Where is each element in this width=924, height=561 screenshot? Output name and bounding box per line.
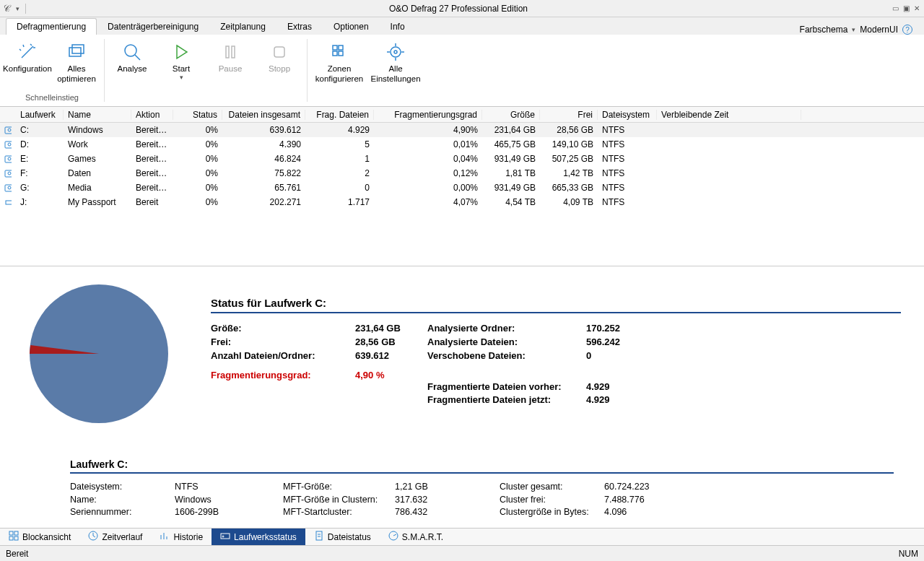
- content: Laufwerk Name Aktion Status Dateien insg…: [0, 107, 924, 528]
- bottom-tab-historie[interactable]: Historie: [151, 529, 212, 545]
- blocks-icon: [9, 531, 19, 543]
- hdr-laufwerk[interactable]: Laufwerk: [16, 110, 64, 120]
- play-icon: [171, 40, 191, 64]
- table-row[interactable]: D:WorkBereit -...0%4.39050,01%465,75 GB1…: [0, 137, 924, 152]
- main-tabs: Defragmentierung Datenträgerbereinigung …: [0, 17, 924, 35]
- usb-icon: [0, 197, 16, 207]
- detail-title: Laufwerk C:: [70, 458, 894, 474]
- bottom-tab-laufwerksstatus[interactable]: Laufwerksstatus: [212, 529, 305, 545]
- tab-extras[interactable]: Extras: [276, 18, 323, 35]
- disk-icon: [0, 125, 16, 135]
- hdr-name[interactable]: Name: [64, 110, 131, 120]
- hdr-dateien[interactable]: Dateien insgesamt: [222, 110, 305, 120]
- gear-icon: [385, 40, 406, 64]
- svg-line-3: [19, 49, 21, 51]
- table-row[interactable]: G:MediaBereit -...0%65.76100,00%931,49 G…: [0, 181, 924, 195]
- svg-rect-38: [14, 531, 18, 535]
- table-row[interactable]: E:GamesBereit -...0%46.82410,04%931,49 G…: [0, 152, 924, 166]
- svg-rect-33: [6, 201, 12, 204]
- analyse-button[interactable]: Analyse: [109, 38, 155, 93]
- svg-line-53: [393, 534, 396, 536]
- bottom-tab-blockansicht[interactable]: Blockansicht: [0, 529, 79, 545]
- svg-rect-11: [232, 46, 235, 58]
- svg-rect-40: [14, 536, 18, 540]
- colorscheme-label: Farbschema: [800, 25, 848, 35]
- svg-rect-10: [226, 46, 229, 58]
- status-ready: Bereit: [6, 549, 28, 559]
- smart-icon: [388, 531, 398, 543]
- drive-detail: Laufwerk C: Dateisystem:NTFS Name:Window…: [23, 458, 901, 519]
- help-icon[interactable]: ?: [902, 25, 912, 35]
- table-row[interactable]: F:DatenBereit -...0%75.82220,12%1,81 TB1…: [0, 166, 924, 181]
- bottom-tab-dateistatus[interactable]: Dateistatus: [305, 529, 380, 545]
- bottom-tabs: Blockansicht Zeitverlauf Historie Laufwe…: [0, 528, 924, 545]
- drive-status-icon: [220, 531, 230, 543]
- svg-point-17: [391, 47, 401, 57]
- drives-area: Laufwerk Name Aktion Status Dateien insg…: [0, 107, 924, 266]
- svg-line-8: [135, 55, 140, 60]
- hdr-free[interactable]: Frei: [540, 110, 598, 120]
- tab-zeitplanung[interactable]: Zeitplanung: [209, 18, 276, 35]
- chevron-down-icon: ▾: [180, 74, 183, 82]
- disk-icon: [0, 139, 16, 149]
- svg-rect-15: [333, 51, 337, 56]
- disk-icon: [0, 183, 16, 193]
- bottom-tab-zeitverlauf[interactable]: Zeitverlauf: [79, 529, 151, 545]
- ribbon-group-schnelleinstieg: Schnelleinstieg: [4, 93, 100, 103]
- disk-icon: [0, 154, 16, 164]
- window-title: O&O Defrag 27 Professional Edition: [29, 4, 888, 14]
- optimize-icon: [66, 40, 87, 64]
- svg-line-0: [22, 46, 33, 58]
- hdr-time[interactable]: Verbleibende Zeit: [657, 110, 801, 120]
- maximize-icon[interactable]: ▣: [903, 4, 910, 12]
- clock-icon: [88, 531, 98, 543]
- tab-datentraegerbereinigung[interactable]: Datenträgerbereinigung: [97, 18, 209, 35]
- tab-defragmentierung[interactable]: Defragmentierung: [6, 18, 97, 35]
- hdr-status[interactable]: Status: [173, 110, 222, 120]
- hdr-fs[interactable]: Dateisystem: [598, 110, 657, 120]
- svg-point-32: [8, 186, 11, 189]
- table-row[interactable]: C:WindowsBereit -...0%639.6124.9294,90%2…: [0, 123, 924, 137]
- titlebar-sep: [25, 4, 26, 14]
- app-icon: 𝒞: [0, 3, 13, 14]
- bottom-tab-smart[interactable]: S.M.A.R.T.: [380, 529, 452, 545]
- svg-rect-6: [72, 45, 84, 53]
- hdr-aktion[interactable]: Aktion: [131, 110, 173, 120]
- svg-rect-39: [9, 536, 13, 540]
- svg-rect-12: [274, 47, 284, 57]
- pause-button[interactable]: Pause: [207, 38, 253, 93]
- svg-rect-13: [333, 45, 337, 50]
- alles-optimieren-button[interactable]: Alles optimieren: [53, 38, 100, 93]
- svg-line-43: [93, 536, 95, 537]
- tab-optionen[interactable]: Optionen: [323, 18, 380, 35]
- hdr-frag[interactable]: Frag. Dateien: [305, 110, 374, 120]
- einstellungen-button[interactable]: Alle Einstellungen: [370, 38, 422, 93]
- qat-dropdown-icon[interactable]: ▾: [13, 5, 22, 12]
- svg-point-18: [394, 51, 397, 53]
- svg-line-4: [23, 45, 24, 47]
- svg-line-1: [30, 44, 32, 45]
- start-button[interactable]: Start ▾: [158, 38, 204, 93]
- colorscheme-value[interactable]: ModernUI: [860, 25, 898, 35]
- file-status-icon: [314, 531, 324, 543]
- minimize-icon[interactable]: ▭: [892, 4, 899, 12]
- svg-point-30: [8, 172, 11, 175]
- tab-info[interactable]: Info: [380, 18, 416, 35]
- titlebar: 𝒞 ▾ O&O Defrag 27 Professional Edition ▭…: [0, 0, 924, 17]
- drives-body: C:WindowsBereit -...0%639.6124.9294,90%2…: [0, 123, 924, 209]
- chevron-down-icon[interactable]: ▾: [852, 26, 855, 33]
- svg-point-28: [8, 157, 11, 160]
- svg-rect-16: [339, 51, 343, 56]
- stopp-button[interactable]: Stopp: [256, 38, 302, 93]
- svg-point-24: [8, 129, 11, 131]
- close-icon[interactable]: ✕: [914, 4, 920, 12]
- hdr-size[interactable]: Größe: [482, 110, 540, 120]
- hdr-fgrad[interactable]: Fragmentierungsgrad: [374, 110, 482, 120]
- status-panel: Status für Laufwerk C: Größe:231,64 GB F…: [0, 266, 924, 528]
- drives-header: Laufwerk Name Aktion Status Dateien insg…: [0, 107, 924, 123]
- konfiguration-button[interactable]: Konfiguration: [4, 38, 51, 93]
- zonen-button[interactable]: Zonen konfigurieren: [312, 38, 367, 93]
- table-row[interactable]: J:My PassportBereit0%202.2711.7174,07%4,…: [0, 195, 924, 209]
- pie-chart: [23, 278, 175, 430]
- svg-point-48: [222, 536, 224, 537]
